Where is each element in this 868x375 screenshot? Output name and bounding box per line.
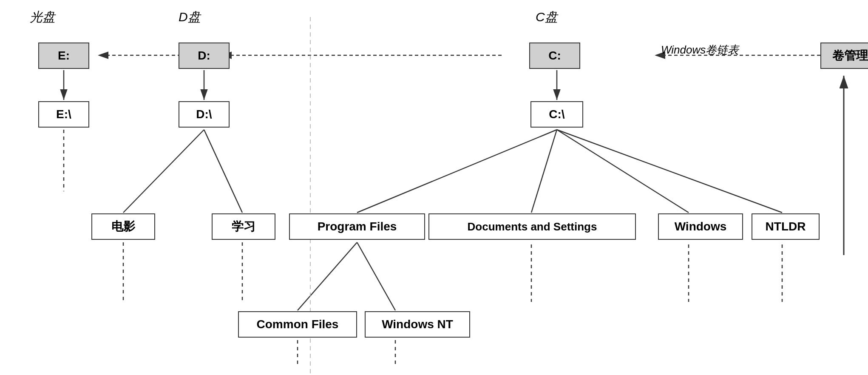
e-root-node: E:\ — [38, 101, 89, 128]
dianying-node: 电影 — [91, 213, 155, 240]
d-root-node: D:\ — [179, 101, 230, 128]
svg-line-10 — [204, 130, 242, 213]
c-drive-node: C: — [529, 43, 580, 69]
svg-line-9 — [123, 130, 204, 213]
xuexi-node: 学习 — [212, 213, 275, 240]
windows-nt-node: Windows NT — [365, 311, 470, 338]
e-drive-node: E: — [38, 43, 89, 69]
program-files-node: Program Files — [289, 213, 425, 240]
c-label: C盘 — [536, 9, 558, 26]
cd-label: 光盘 — [30, 9, 55, 26]
common-files-node: Common Files — [238, 311, 357, 338]
windows-node: Windows — [658, 213, 743, 240]
vol-manager-node: 卷管理 — [820, 43, 868, 69]
c-root-node: C:\ — [530, 101, 583, 128]
windows-chain-label: Windows卷链表 — [661, 43, 739, 57]
svg-line-17 — [298, 242, 357, 310]
svg-line-14 — [531, 130, 557, 213]
d-label: D盘 — [179, 9, 201, 26]
svg-line-18 — [357, 242, 395, 310]
ntldr-node: NTLDR — [752, 213, 820, 240]
documents-node: Documents and Settings — [428, 213, 636, 240]
d-drive-node: D: — [179, 43, 230, 69]
svg-line-13 — [357, 130, 557, 213]
